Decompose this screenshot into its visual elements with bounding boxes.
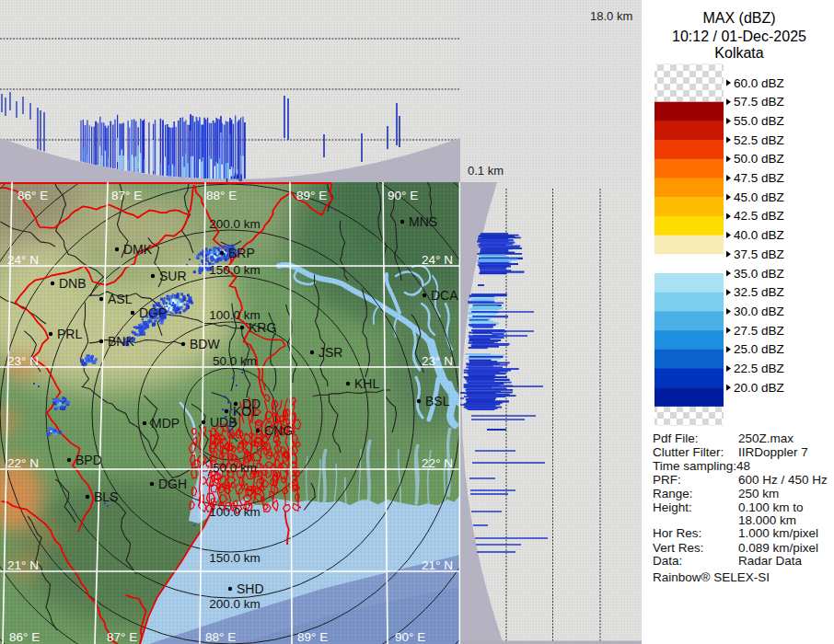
svg-text:1.000 km/pixel: 1.000 km/pixel [738, 526, 818, 540]
svg-text:55.0 dBZ: 55.0 dBZ [734, 114, 784, 128]
svg-text:DMK: DMK [123, 242, 153, 257]
svg-text:27.5 dBZ: 27.5 dBZ [734, 324, 784, 338]
svg-text:22.5 dBZ: 22.5 dBZ [734, 362, 784, 375]
svg-text:23° N: 23° N [422, 354, 453, 368]
svg-text:87° E: 87° E [111, 189, 142, 202]
svg-text:Height:: Height: [653, 500, 692, 514]
svg-text:BRP: BRP [228, 246, 255, 260]
svg-text:Hor Res:: Hor Res: [653, 526, 701, 540]
svg-text:100.0 km: 100.0 km [209, 505, 261, 519]
svg-text:BPD: BPD [75, 453, 102, 467]
svg-text:47.5 dBZ: 47.5 dBZ [734, 171, 784, 185]
svg-text:18.0 km: 18.0 km [590, 9, 632, 23]
svg-text:42.5 dBZ: 42.5 dBZ [734, 209, 784, 223]
svg-text:35.0 dBZ: 35.0 dBZ [734, 267, 784, 281]
svg-text:JSR: JSR [319, 345, 342, 360]
svg-text:89° E: 89° E [296, 189, 327, 202]
svg-text:0.1 km: 0.1 km [468, 164, 504, 178]
svg-text:0.089 km/pixel: 0.089 km/pixel [738, 541, 818, 555]
svg-text:Clutter Filter:: Clutter Filter: [653, 445, 724, 459]
svg-text:20.0 dBZ: 20.0 dBZ [734, 381, 784, 395]
svg-text:SHD: SHD [237, 581, 264, 596]
svg-text:87° E: 87° E [107, 630, 137, 644]
svg-text:86° E: 86° E [9, 630, 40, 644]
svg-text:BLS: BLS [94, 489, 118, 504]
svg-text:45.0 dBZ: 45.0 dBZ [734, 190, 784, 204]
svg-text:Rainbow® SELEX-SI: Rainbow® SELEX-SI [653, 570, 770, 584]
svg-text:86° E: 86° E [17, 189, 48, 202]
svg-text:UDB: UDB [210, 415, 237, 430]
svg-text:88° E: 88° E [205, 630, 236, 644]
svg-text:Data:: Data: [653, 554, 682, 568]
svg-text:0.100 km to: 0.100 km to [738, 500, 804, 514]
svg-text:CNG: CNG [264, 423, 293, 438]
svg-text:90° E: 90° E [395, 630, 425, 644]
svg-text:DGH: DGH [158, 477, 187, 491]
svg-text:57.5 dBZ: 57.5 dBZ [734, 95, 784, 109]
svg-text:MAX (dBZ): MAX (dBZ) [702, 10, 775, 26]
svg-text:50.0 km: 50.0 km [213, 461, 257, 475]
svg-text:DNB: DNB [59, 276, 87, 291]
svg-text:18.000 km: 18.000 km [738, 513, 796, 527]
svg-text:150.0 km: 150.0 km [209, 551, 261, 565]
svg-text:BNK: BNK [108, 334, 134, 349]
svg-text:Kolkata: Kolkata [714, 45, 763, 61]
svg-text:60.0 dBZ: 60.0 dBZ [734, 76, 784, 90]
svg-text:Time sampling:48: Time sampling:48 [653, 459, 750, 473]
svg-text:DGP: DGP [139, 305, 167, 320]
svg-text:21° N: 21° N [7, 558, 39, 572]
svg-text:25.0 dBZ: 25.0 dBZ [734, 342, 784, 356]
svg-text:30.0 dBZ: 30.0 dBZ [734, 305, 784, 318]
svg-text:52.5 dBZ: 52.5 dBZ [734, 133, 784, 147]
svg-text:250 km: 250 km [738, 487, 779, 500]
svg-text:Radar Data: Radar Data [738, 554, 803, 568]
svg-text:22° N: 22° N [422, 456, 453, 470]
svg-text:600 Hz / 450 Hz: 600 Hz / 450 Hz [738, 473, 828, 487]
svg-text:50.0 dBZ: 50.0 dBZ [734, 152, 784, 166]
svg-text:Vert Res:: Vert Res: [653, 541, 704, 555]
svg-text:32.5 dBZ: 32.5 dBZ [734, 285, 784, 299]
svg-text:Range:: Range: [653, 487, 693, 500]
svg-text:BDW: BDW [190, 337, 220, 351]
svg-text:22° N: 22° N [7, 456, 39, 470]
svg-text:89° E: 89° E [297, 630, 328, 644]
svg-text:MDP: MDP [151, 416, 180, 431]
svg-text:250Z.max: 250Z.max [738, 431, 793, 445]
svg-text:50.0 km: 50.0 km [213, 354, 257, 368]
svg-text:88° E: 88° E [206, 189, 237, 202]
svg-text:SUR: SUR [159, 269, 187, 283]
svg-text:IIRDoppler 7: IIRDoppler 7 [738, 445, 808, 459]
svg-text:40.0 dBZ: 40.0 dBZ [734, 228, 784, 242]
svg-text:21° N: 21° N [422, 558, 453, 572]
svg-text:PRL: PRL [57, 327, 82, 341]
svg-text:DCA: DCA [431, 288, 458, 303]
svg-text:23° N: 23° N [7, 354, 39, 368]
svg-text:KHL: KHL [354, 376, 379, 391]
svg-text:PRF:: PRF: [653, 473, 681, 487]
svg-text:200.0 km: 200.0 km [209, 217, 261, 231]
svg-text:200.0 km: 200.0 km [209, 597, 261, 611]
svg-text:150.0 km: 150.0 km [209, 263, 261, 277]
svg-text:10:12 / 01-Dec-2025: 10:12 / 01-Dec-2025 [672, 29, 806, 44]
svg-text:24° N: 24° N [422, 253, 453, 267]
svg-text:BSL: BSL [425, 394, 450, 408]
svg-text:MNS: MNS [409, 214, 437, 229]
svg-text:KRG: KRG [249, 320, 276, 335]
svg-text:Pdf File:: Pdf File: [653, 431, 699, 445]
svg-text:ASL: ASL [108, 292, 133, 306]
svg-text:24° N: 24° N [7, 253, 39, 267]
svg-text:37.5 dBZ: 37.5 dBZ [734, 247, 784, 261]
svg-text:90° E: 90° E [388, 189, 418, 202]
